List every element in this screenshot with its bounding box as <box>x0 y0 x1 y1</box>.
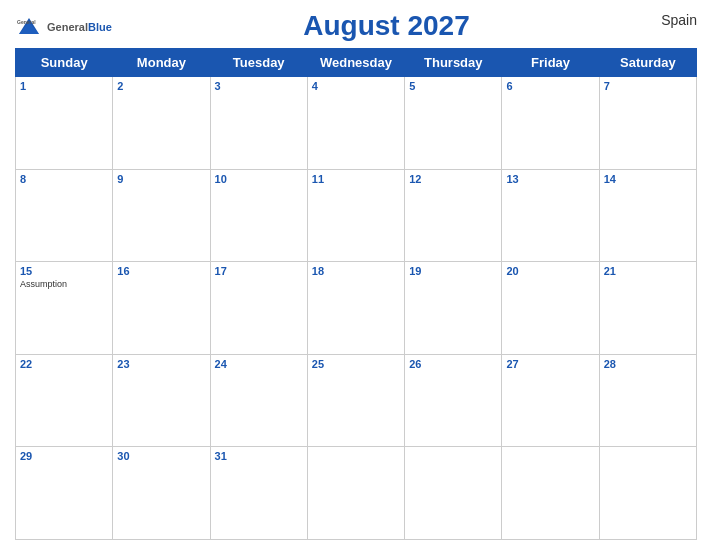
day-number: 12 <box>409 173 497 185</box>
weekday-header-thursday: Thursday <box>405 49 502 77</box>
weekday-header-monday: Monday <box>113 49 210 77</box>
calendar-cell: 1 <box>16 77 113 170</box>
country-label: Spain <box>661 12 697 28</box>
day-number: 17 <box>215 265 303 277</box>
calendar-cell: 28 <box>599 354 696 447</box>
calendar-cell <box>502 447 599 540</box>
calendar-cell: 19 <box>405 262 502 355</box>
weekday-header-wednesday: Wednesday <box>307 49 404 77</box>
day-number: 28 <box>604 358 692 370</box>
calendar-cell: 14 <box>599 169 696 262</box>
calendar-cell: 31 <box>210 447 307 540</box>
calendar-cell <box>405 447 502 540</box>
day-number: 16 <box>117 265 205 277</box>
day-number: 8 <box>20 173 108 185</box>
calendar-cell: 6 <box>502 77 599 170</box>
svg-text:General: General <box>17 19 36 25</box>
calendar-table: SundayMondayTuesdayWednesdayThursdayFrid… <box>15 48 697 540</box>
day-number: 18 <box>312 265 400 277</box>
day-number: 19 <box>409 265 497 277</box>
calendar-cell: 23 <box>113 354 210 447</box>
logo: General GeneralBlue <box>15 12 112 40</box>
day-number: 21 <box>604 265 692 277</box>
calendar-week-row: 1234567 <box>16 77 697 170</box>
calendar-cell: 30 <box>113 447 210 540</box>
logo-blue-text: Blue <box>88 21 112 33</box>
day-number: 23 <box>117 358 205 370</box>
calendar-cell: 27 <box>502 354 599 447</box>
calendar-cell: 13 <box>502 169 599 262</box>
calendar-header: General GeneralBlue August 2027 Spain <box>15 10 697 42</box>
calendar-cell: 2 <box>113 77 210 170</box>
weekday-header-sunday: Sunday <box>16 49 113 77</box>
calendar-body: 123456789101112131415Assumption161718192… <box>16 77 697 540</box>
calendar-week-row: 22232425262728 <box>16 354 697 447</box>
calendar-cell: 5 <box>405 77 502 170</box>
day-number: 13 <box>506 173 594 185</box>
calendar-cell: 11 <box>307 169 404 262</box>
calendar-cell: 17 <box>210 262 307 355</box>
day-number: 1 <box>20 80 108 92</box>
calendar-cell: 7 <box>599 77 696 170</box>
calendar-cell: 8 <box>16 169 113 262</box>
day-number: 9 <box>117 173 205 185</box>
calendar-cell: 18 <box>307 262 404 355</box>
day-number: 10 <box>215 173 303 185</box>
calendar-cell: 3 <box>210 77 307 170</box>
calendar-week-row: 293031 <box>16 447 697 540</box>
day-number: 15 <box>20 265 108 277</box>
day-number: 24 <box>215 358 303 370</box>
calendar-title: August 2027 <box>303 10 470 42</box>
calendar-cell: 22 <box>16 354 113 447</box>
calendar-cell: 21 <box>599 262 696 355</box>
day-number: 26 <box>409 358 497 370</box>
calendar-cell: 29 <box>16 447 113 540</box>
calendar-cell: 12 <box>405 169 502 262</box>
calendar-cell: 15Assumption <box>16 262 113 355</box>
logo-icon: General <box>15 12 43 40</box>
day-number: 27 <box>506 358 594 370</box>
weekday-header-friday: Friday <box>502 49 599 77</box>
day-number: 4 <box>312 80 400 92</box>
calendar-cell: 9 <box>113 169 210 262</box>
calendar-week-row: 891011121314 <box>16 169 697 262</box>
day-number: 7 <box>604 80 692 92</box>
day-number: 25 <box>312 358 400 370</box>
weekday-header-tuesday: Tuesday <box>210 49 307 77</box>
day-number: 29 <box>20 450 108 462</box>
day-event: Assumption <box>20 279 108 289</box>
calendar-week-row: 15Assumption161718192021 <box>16 262 697 355</box>
calendar-cell: 16 <box>113 262 210 355</box>
weekday-header-row: SundayMondayTuesdayWednesdayThursdayFrid… <box>16 49 697 77</box>
calendar-cell: 25 <box>307 354 404 447</box>
day-number: 31 <box>215 450 303 462</box>
calendar-cell: 20 <box>502 262 599 355</box>
calendar-cell: 10 <box>210 169 307 262</box>
day-number: 3 <box>215 80 303 92</box>
weekday-header-saturday: Saturday <box>599 49 696 77</box>
day-number: 2 <box>117 80 205 92</box>
day-number: 14 <box>604 173 692 185</box>
calendar-cell <box>307 447 404 540</box>
calendar-cell: 4 <box>307 77 404 170</box>
day-number: 22 <box>20 358 108 370</box>
day-number: 5 <box>409 80 497 92</box>
day-number: 6 <box>506 80 594 92</box>
calendar-cell <box>599 447 696 540</box>
day-number: 11 <box>312 173 400 185</box>
day-number: 30 <box>117 450 205 462</box>
day-number: 20 <box>506 265 594 277</box>
calendar-cell: 24 <box>210 354 307 447</box>
calendar-cell: 26 <box>405 354 502 447</box>
logo-general-text: General <box>47 21 88 33</box>
